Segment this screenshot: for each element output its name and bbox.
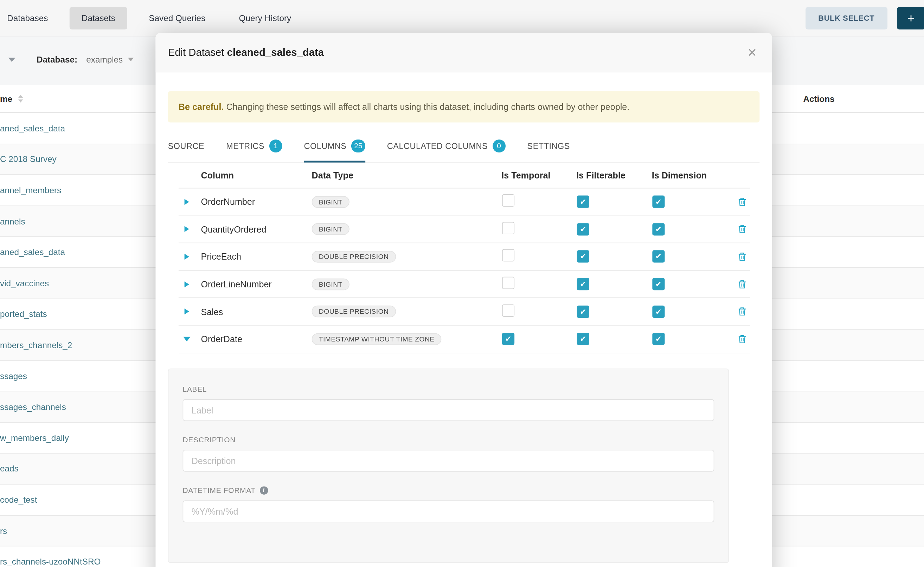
header-column: Column	[201, 170, 312, 180]
tab-calculated-columns[interactable]: CALCULATED COLUMNS0	[387, 137, 506, 162]
tab-label: SETTINGS	[527, 141, 570, 151]
tab-columns[interactable]: COLUMNS25	[304, 137, 365, 162]
dataset-link[interactable]: w_members_daily	[0, 433, 69, 442]
warning-banner: Be careful. Changing these settings will…	[168, 92, 760, 123]
database-filter-select[interactable]: examples	[86, 55, 134, 64]
checkbox-is-filterable[interactable]: ✔	[577, 333, 589, 345]
chevron-down-icon	[128, 58, 134, 61]
warning-text: Changing these settings will affect all …	[226, 102, 629, 112]
add-button[interactable]: +	[897, 7, 924, 29]
expand-caret-icon[interactable]	[185, 254, 189, 260]
column-name: PriceEach	[201, 252, 312, 261]
tab-source[interactable]: SOURCE	[168, 137, 204, 162]
header-data-type: Data Type	[312, 170, 502, 180]
dataset-link[interactable]: code_test	[0, 495, 37, 504]
expand-caret-icon[interactable]	[185, 309, 189, 315]
tab-label: SOURCE	[168, 141, 204, 151]
collapse-caret-icon[interactable]	[183, 336, 190, 341]
nav-item-saved-queries[interactable]: Saved Queries	[137, 7, 217, 29]
dataset-link[interactable]: vid_vaccines	[0, 278, 49, 288]
dataset-link[interactable]: mbers_channels_2	[0, 340, 72, 350]
close-icon[interactable]: ×	[748, 45, 757, 60]
columns-table-header: Column Data Type Is Temporal Is Filterab…	[179, 163, 750, 189]
tab-settings[interactable]: SETTINGS	[527, 137, 570, 162]
checkbox-is-dimension[interactable]: ✔	[652, 223, 665, 236]
checkbox-is-filterable[interactable]: ✔	[577, 278, 589, 290]
datetime-format-field-label: DATETIME FORMAT i	[183, 486, 715, 494]
delete-column-icon[interactable]	[737, 252, 746, 261]
modal-title: Edit Dataset cleaned_sales_data	[168, 46, 324, 58]
dataset-link[interactable]: eads	[0, 464, 19, 474]
sort-icon[interactable]	[18, 95, 23, 103]
delete-column-icon[interactable]	[737, 225, 746, 234]
tab-count-badge: 0	[493, 140, 506, 153]
dataset-link[interactable]: annels	[0, 216, 25, 226]
data-type-pill: DOUBLE PRECISION	[312, 251, 396, 263]
bulk-select-button[interactable]: BULK SELECT	[805, 7, 888, 29]
info-icon[interactable]: i	[259, 486, 268, 494]
checkbox-is-dimension[interactable]: ✔	[652, 278, 665, 290]
tab-label: CALCULATED COLUMNS	[387, 141, 488, 151]
tab-label: COLUMNS	[304, 141, 347, 151]
data-type-pill: TIMESTAMP WITHOUT TIME ZONE	[312, 333, 442, 345]
plus-icon: +	[907, 11, 915, 25]
column-name: QuantityOrdered	[201, 224, 312, 234]
checkbox-is-temporal[interactable]	[502, 222, 515, 234]
checkbox-is-filterable[interactable]: ✔	[577, 250, 589, 263]
label-field-group: LABEL	[183, 385, 715, 420]
checkbox-is-filterable[interactable]: ✔	[577, 196, 589, 208]
expand-caret-icon[interactable]	[185, 281, 189, 287]
checkbox-is-dimension[interactable]: ✔	[652, 305, 665, 318]
dataset-link[interactable]: ssages_channels	[0, 402, 66, 412]
checkbox-is-filterable[interactable]: ✔	[577, 305, 589, 318]
delete-column-icon[interactable]	[737, 279, 746, 289]
database-filter-label: Database:	[36, 55, 77, 64]
column-row: SalesDOUBLE PRECISION✔✔	[179, 298, 750, 326]
dataset-link[interactable]: rs_channels-uzooNNtSRO	[0, 557, 101, 567]
columns-table: Column Data Type Is Temporal Is Filterab…	[179, 163, 750, 353]
column-row: PriceEachDOUBLE PRECISION✔✔	[179, 243, 750, 271]
header-is-dimension: Is Dimension	[652, 170, 728, 180]
checkbox-is-filterable[interactable]: ✔	[577, 223, 589, 236]
dataset-link[interactable]: C 2018 Survey	[0, 154, 57, 164]
nav-item-databases[interactable]: Databases	[0, 7, 60, 29]
tabs: SOURCEMETRICS1COLUMNS25CALCULATED COLUMN…	[168, 137, 760, 163]
name-column-header[interactable]: me	[0, 94, 12, 103]
checkbox-is-temporal[interactable]	[502, 304, 515, 316]
delete-column-icon[interactable]	[737, 307, 746, 316]
dataset-link[interactable]: aned_sales_data	[0, 124, 65, 133]
checkbox-is-temporal[interactable]	[502, 277, 515, 289]
checkbox-is-temporal[interactable]	[502, 195, 515, 207]
datetime-format-input[interactable]	[183, 500, 715, 522]
description-field-group: DESCRIPTION	[183, 436, 715, 471]
data-type-pill: BIGINT	[312, 224, 350, 236]
label-input[interactable]	[183, 399, 715, 421]
tab-metrics[interactable]: METRICS1	[226, 137, 282, 162]
checkbox-is-temporal[interactable]	[502, 249, 515, 262]
app-root: DatabasesDatasetsSaved QueriesQuery Hist…	[0, 0, 924, 567]
dataset-link[interactable]: ported_stats	[0, 309, 47, 319]
description-input[interactable]	[183, 450, 715, 471]
data-type-pill: BIGINT	[312, 196, 350, 208]
header-is-filterable: Is Filterable	[576, 170, 652, 180]
delete-column-icon[interactable]	[737, 197, 746, 207]
nav-item-datasets[interactable]: Datasets	[69, 7, 127, 29]
column-row: OrderLineNumberBIGINT✔✔	[179, 271, 750, 298]
checkbox-is-dimension[interactable]: ✔	[652, 250, 665, 263]
dataset-link[interactable]: rs	[0, 526, 7, 536]
checkbox-is-temporal[interactable]: ✔	[502, 333, 515, 345]
expand-caret-icon[interactable]	[185, 199, 189, 205]
dataset-link[interactable]: aned_sales_data	[0, 248, 65, 257]
chevron-down-icon[interactable]	[8, 57, 15, 62]
modal-body: Be careful. Changing these settings will…	[155, 92, 772, 563]
datetime-format-field-group: DATETIME FORMAT i	[183, 486, 715, 522]
columns-rows: OrderNumberBIGINT✔✔QuantityOrderedBIGINT…	[179, 188, 750, 353]
dataset-link[interactable]: ssages	[0, 371, 27, 381]
nav-item-query-history[interactable]: Query History	[227, 7, 303, 29]
dataset-link[interactable]: annel_members	[0, 186, 61, 195]
expand-caret-icon[interactable]	[185, 226, 189, 232]
checkbox-is-dimension[interactable]: ✔	[652, 333, 665, 345]
column-row: QuantityOrderedBIGINT✔✔	[179, 216, 750, 243]
delete-column-icon[interactable]	[737, 334, 746, 344]
checkbox-is-dimension[interactable]: ✔	[652, 196, 665, 208]
